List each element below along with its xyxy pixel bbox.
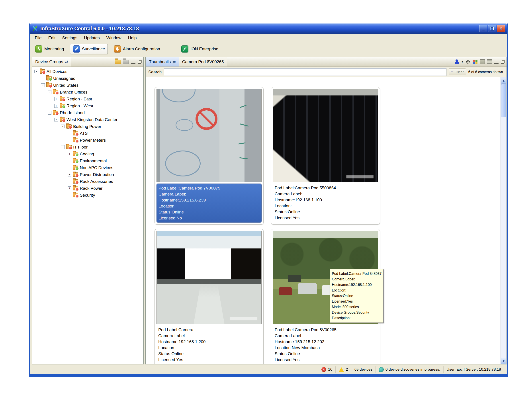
alarm-configuration-label: Alarm Configuration [123,47,160,51]
tree-toggle-icon[interactable]: + [68,186,71,190]
tree-item-label: Building Power [73,124,101,129]
tree-toggle-icon[interactable]: - [54,118,58,121]
tree-toggle-icon[interactable]: + [68,152,71,156]
tree-toggle-icon[interactable]: - [34,70,38,73]
error-status[interactable]: ✕ 16 [318,367,335,373]
minimize-panel-icon[interactable] [494,60,499,64]
tree-toggle-icon[interactable]: + [68,173,71,177]
tooltip-camera-label: Camera Label: [332,276,381,282]
tree-item-label: Power Distribution [80,172,114,177]
tree-item-label: Cooling [80,152,94,157]
licensed: Licensed:Yes [275,357,376,363]
dropdown-arrow-icon[interactable]: ▾ [462,60,463,63]
device-group-folder-icon [40,69,45,74]
tab-thumbnails[interactable]: Thumbnails ⇄ [146,57,179,66]
tree-toggle-icon[interactable]: - [61,125,65,128]
camera-card-camera[interactable]: Pod Label:Camera Camera Label: Hostname:… [154,229,264,364]
tree-item-unassigned[interactable]: Unassigned [32,75,143,82]
search-input[interactable] [164,68,446,76]
maximize-panel-icon[interactable] [138,61,141,64]
restore-panel-icon[interactable] [501,61,504,64]
ion-enterprise-button[interactable]: ION Enterprise [178,44,221,54]
camera-card-7V00079[interactable]: Pod Label:Camera Pod 7V00079 Camera Labe… [154,87,264,225]
title-bar[interactable]: InfraStruXure Central 6.0.0 - 10.218.78.… [30,24,507,34]
camera-user-icon[interactable] [454,59,459,64]
menu-window[interactable]: Window [103,34,125,41]
device-group-actions-icon[interactable] [123,60,129,64]
app-window: InfraStruXure Central 6.0.0 - 10.218.78.… [29,24,508,377]
menu-file[interactable]: File [32,34,45,41]
clear-button[interactable]: ↶ Clear [449,69,466,75]
discovery-status[interactable]: 0 device discoveries in progress. [375,367,443,373]
app-icon [32,25,38,32]
warning-icon [339,367,344,372]
tooltip-description: Description: [332,315,381,321]
status: Status:Online [158,351,260,357]
device-group-folder-icon [66,124,72,129]
hostname: Hostname:192.168.1.100 [275,197,376,203]
tree-item-environmental[interactable]: Environmental [32,157,143,164]
tree-item-region-east[interactable]: +Region - East [32,95,143,102]
menu-edit[interactable]: Edit [45,34,59,41]
grid-view-icon[interactable] [480,59,485,64]
tree-item-security[interactable]: Security [32,192,143,199]
device-group-folder-icon [60,97,65,101]
minimize-window-icon[interactable]: _ [479,25,487,32]
tree-item-cooling[interactable]: +Cooling [32,151,143,157]
tooltip-device-groups: Device Groups:Security [332,310,381,315]
menu-help[interactable]: Help [125,34,140,41]
licensed: Licensed:Yes [275,215,376,221]
alarm-configuration-button[interactable]: Alarm Configuration [111,44,163,54]
warning-status[interactable]: 2 [335,367,351,373]
tree-toggle-icon[interactable]: + [54,104,58,108]
tree-item-rhode-island[interactable]: -Rhode Island [32,109,143,116]
tree-toggle-icon[interactable]: - [48,90,51,94]
color-settings-icon[interactable] [473,59,478,64]
tree-toggle-icon[interactable]: + [54,97,58,101]
pod-label: Pod Label:Camera Pod 8V00265 [275,327,376,333]
monitoring-button[interactable]: Monitoring [32,44,67,54]
tree-item-ats[interactable]: ATS [32,130,143,137]
menu-settings[interactable]: Settings [59,34,81,41]
tree-item-power-distribution[interactable]: +Power Distribution [32,171,143,178]
tooltip-pod-label: Pod Label:Camera Pod 5480376 [332,271,381,276]
tree-toggle-icon[interactable]: - [41,83,45,87]
device-groups-panel: Device Groups ⇄ -All Devices Unassigned … [32,57,144,364]
tree-item-west-kingston-data-center[interactable]: -West Kingston Data Center [32,116,143,123]
minimize-panel-icon[interactable] [131,60,135,64]
tree-item-non-apc-devices[interactable]: Non APC Devices [32,164,143,171]
search-label: Search [148,70,162,75]
vertical-scrollbar[interactable]: ▲ ▼ [500,77,507,364]
menu-updates[interactable]: Updates [81,34,103,41]
licensed: Licensed:No [158,215,260,221]
device-count: 65 devices [351,367,375,373]
tree-item-label: United States [53,83,78,88]
tree-item-power-meters[interactable]: Power Meters [32,137,143,144]
tree-item-region-west[interactable]: +Region - West [32,102,143,109]
create-device-group-icon[interactable] [115,60,121,64]
close-window-icon[interactable]: ✕ [497,25,505,32]
tree-toggle-icon[interactable]: - [48,111,51,115]
device-groups-tab[interactable]: Device Groups ⇄ [32,57,71,66]
restore-window-icon[interactable]: ❐ [488,25,496,32]
camera-snapshot [273,89,378,182]
tree-item-branch-offices[interactable]: -Branch Offices [32,89,143,95]
scroll-up-icon[interactable]: ▲ [501,78,506,83]
tree-item-label: Unassigned [53,76,75,81]
tree-item-rack-accessories[interactable]: Rack Accessories [32,178,143,185]
tree-toggle-icon[interactable]: - [61,145,65,149]
tree-item-it-floor[interactable]: -IT Floor [32,144,143,151]
discovery-text: 0 device discoveries in progress. [386,367,440,372]
camera-card-5500864[interactable]: Pod Label:Camera Pod 5500864 Camera Labe… [271,87,380,225]
tree-item-rack-power[interactable]: +Rack Power [32,185,143,192]
surveillance-button[interactable]: Surveillance [70,44,108,54]
scroll-down-icon[interactable]: ▼ [501,358,506,364]
tree-item-united-states[interactable]: -United States [32,82,143,89]
list-view-icon[interactable] [487,59,492,64]
tree-item-label: IT Floor [73,145,88,150]
tree-item-all-devices[interactable]: -All Devices [32,68,143,75]
tab-camera-pod[interactable]: Camera Pod 8V00265 [179,57,227,66]
tree-item-building-power[interactable]: -Building Power [32,123,143,130]
fullscreen-icon[interactable] [465,59,471,64]
scrollbar-thumb[interactable] [501,84,506,117]
